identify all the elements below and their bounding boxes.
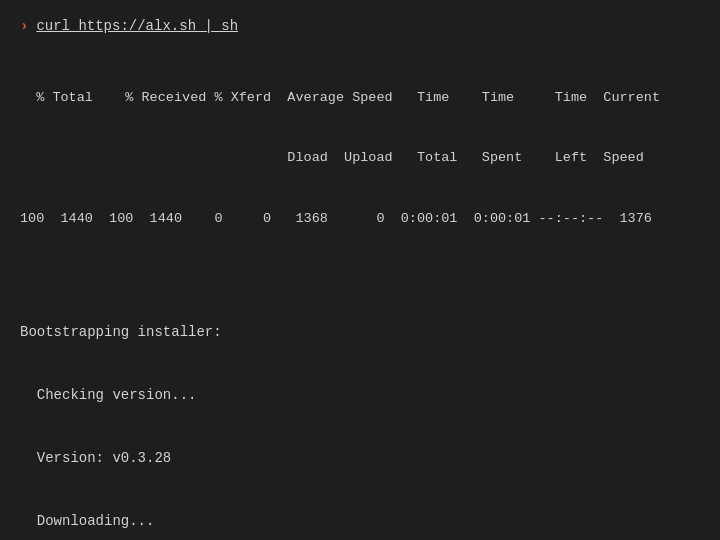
terminal: › curl https://alx.sh | sh % Total % Rec… xyxy=(0,0,720,540)
curl-table: % Total % Received % Xferd Average Speed… xyxy=(20,47,700,270)
bootstrap-line-2: Checking version... xyxy=(20,385,700,406)
bootstrap-line-1: Bootstrapping installer: xyxy=(20,322,700,343)
curl-header-2: Dload Upload Total Spent Left Speed xyxy=(20,148,700,168)
command-line: › curl https://alx.sh | sh xyxy=(20,16,700,37)
curl-data-row: 100 1440 100 1440 0 0 1368 0 0:00:01 0:0… xyxy=(20,209,700,229)
command-text: curl https://alx.sh | sh xyxy=(36,16,238,37)
prompt-arrow: › xyxy=(20,16,28,37)
bootstrap-section: Bootstrapping installer: Checking versio… xyxy=(20,280,700,540)
bootstrap-line-3: Version: v0.3.28 xyxy=(20,448,700,469)
bootstrap-line-4: Downloading... xyxy=(20,511,700,532)
curl-header-1: % Total % Received % Xferd Average Speed… xyxy=(20,88,700,108)
